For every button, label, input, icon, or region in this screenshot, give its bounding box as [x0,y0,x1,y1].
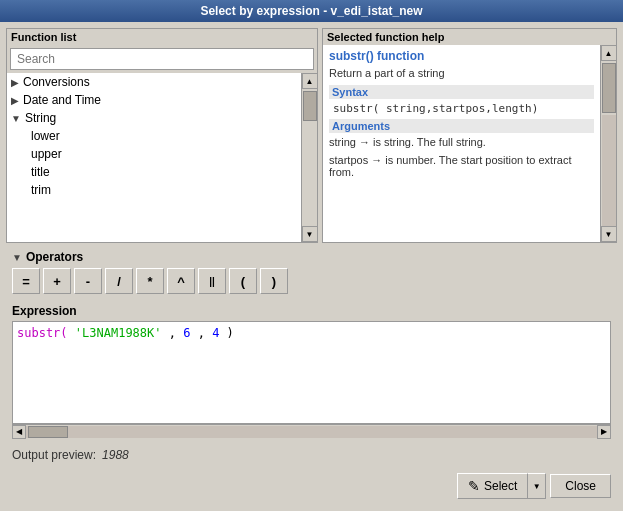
help-content-container: substr() function Return a part of a str… [323,45,616,242]
scroll-up-btn[interactable]: ▲ [302,73,318,89]
help-syntax-code: substr( string,startpos,length) [329,102,594,115]
hscroll-track[interactable] [26,426,597,438]
help-description: Return a part of a string [329,67,594,79]
select-button-group: ✎ Select ▼ [457,473,546,499]
tree-leaf-title[interactable]: title [27,163,301,181]
operators-label: Operators [26,250,83,264]
operators-header: ▼ Operators [12,250,611,264]
expr-keyword: substr( [17,326,68,340]
help-scroll-down[interactable]: ▼ [601,226,617,242]
operator-buttons: = + - / * ^ || ( ) [12,268,611,294]
expr-sep2: , [198,326,212,340]
expr-content: substr( 'L3NAM1988K' , 6 , 4 ) [17,326,234,340]
help-arg1: string → is string. The full string. [329,136,594,148]
op-minus[interactable]: - [74,268,102,294]
tree-item-conversions[interactable]: ▶ Conversions [7,73,301,91]
help-scroll-up[interactable]: ▲ [601,45,617,61]
tree-item-datetime[interactable]: ▶ Date and Time [7,91,301,109]
output-preview: Output preview: 1988 [6,445,617,465]
window-title: Select by expression - v_edi_istat_new [200,4,422,18]
expression-box[interactable]: substr( 'L3NAM1988K' , 6 , 4 ) [12,321,611,424]
bottom-bar: ✎ Select ▼ Close [6,469,617,503]
op-concat[interactable]: || [198,268,226,294]
expression-hscrollbar[interactable]: ◀ ▶ [12,424,611,438]
function-list-panel: Function list ▶ Conversions ▶ Date and T… [6,28,318,243]
operators-section: ▼ Operators = + - / * ^ || ( ) [6,247,617,297]
label-conversions: Conversions [23,75,90,89]
label-datetime: Date and Time [23,93,101,107]
select-dropdown-btn[interactable]: ▼ [528,473,546,499]
op-divide[interactable]: / [105,268,133,294]
op-caret[interactable]: ^ [167,268,195,294]
function-list-label: Function list [7,29,317,45]
tree-leaf-lower[interactable]: lower [27,127,301,145]
dropdown-arrow-icon: ▼ [533,482,541,491]
help-arguments-label: Arguments [329,119,594,133]
label-string: String [25,111,56,125]
arrow-datetime: ▶ [11,95,19,106]
expr-close: ) [227,326,234,340]
search-container [7,45,317,73]
select-label: Select [484,479,517,493]
search-input[interactable] [10,48,314,70]
output-label: Output preview: [12,448,96,462]
title-bar: Select by expression - v_edi_istat_new [0,0,623,22]
main-container: Function list ▶ Conversions ▶ Date and T… [0,22,623,509]
op-plus[interactable]: + [43,268,71,294]
close-button[interactable]: Close [550,474,611,498]
help-content: substr() function Return a part of a str… [323,45,600,242]
arrow-string: ▼ [11,113,21,124]
expr-sep1: , [169,326,183,340]
op-close-paren[interactable]: ) [260,268,288,294]
help-panel: Selected function help substr() function… [322,28,617,243]
arrow-conversions: ▶ [11,77,19,88]
function-list-scrollbar[interactable]: ▲ ▼ [301,73,317,242]
scroll-thumb[interactable] [303,91,317,121]
top-panels: Function list ▶ Conversions ▶ Date and T… [6,28,617,243]
expr-num1: 6 [183,326,190,340]
select-button[interactable]: ✎ Select [457,473,528,499]
expr-num2: 4 [212,326,219,340]
expression-section: Expression substr( 'L3NAM1988K' , 6 , 4 … [6,301,617,441]
tree-item-string[interactable]: ▼ String [7,109,301,127]
hscroll-right-btn[interactable]: ▶ [597,425,611,439]
select-icon: ✎ [468,478,480,494]
help-function-title: substr() function [329,49,594,63]
tree-leaf-trim[interactable]: trim [27,181,301,199]
string-children: lower upper title trim [7,127,301,199]
help-scroll-thumb[interactable] [602,63,616,113]
scroll-down-btn[interactable]: ▼ [302,226,318,242]
hscroll-left-btn[interactable]: ◀ [12,425,26,439]
hscroll-thumb[interactable] [28,426,68,438]
tree-view: ▶ Conversions ▶ Date and Time ▼ String [7,73,301,242]
op-equals[interactable]: = [12,268,40,294]
tree-leaf-upper[interactable]: upper [27,145,301,163]
op-open-paren[interactable]: ( [229,268,257,294]
output-value: 1988 [102,448,129,462]
op-multiply[interactable]: * [136,268,164,294]
help-panel-label: Selected function help [323,29,616,45]
help-scrollbar[interactable]: ▲ ▼ [600,45,616,242]
help-syntax-label: Syntax [329,85,594,99]
operators-collapse-icon: ▼ [12,252,22,263]
expr-string: 'L3NAM1988K' [75,326,162,340]
help-arg2: startpos → is number. The start position… [329,154,594,178]
expression-label: Expression [12,304,611,318]
tree-panel: ▶ Conversions ▶ Date and Time ▼ String [7,73,317,242]
